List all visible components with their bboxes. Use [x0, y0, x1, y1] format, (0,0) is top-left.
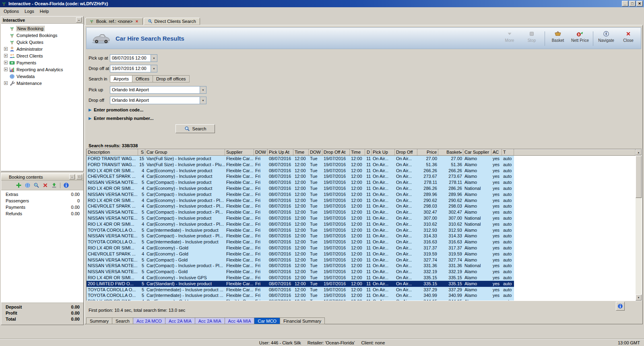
table-row[interactable]: RIO LX 4DR OR SIMI...4Car(Economy) - Inc… — [87, 221, 636, 227]
booking-row-payments[interactable]: Payments0.00 — [1, 204, 83, 211]
expand-icon[interactable]: + — [4, 54, 8, 58]
table-row[interactable]: NISSAN VERSA NOTE...5Car(Compact) - Incl… — [87, 192, 636, 198]
table-row[interactable]: TOYOTA COROLLA O...5Car(Intermediate) - … — [87, 287, 636, 293]
table-row[interactable]: TOYOTA COROLLA O...5Car(Intermediate) - … — [87, 292, 636, 299]
pickup-at-combo[interactable]: 08/07/2016 12:00 ▼ — [110, 54, 157, 62]
column-header-drop-off-12[interactable]: Drop Off — [395, 149, 417, 155]
tab-book-ref-none[interactable]: Book. ref.: <none> — [85, 18, 143, 25]
column-header-pick-up-11[interactable]: Pick Up — [372, 149, 395, 155]
column-header-description-0[interactable]: Description — [87, 149, 138, 155]
table-row[interactable]: RIO LX 4DR OR SIMI...4Car(Economy) - Gol… — [87, 245, 636, 251]
column-header-car-group-2[interactable]: Car Group — [145, 149, 225, 155]
bottom-tab-acc-2a-mia[interactable]: Acc 2A MIA — [165, 317, 195, 324]
close-tab-icon[interactable] — [135, 19, 139, 23]
chevron-down-icon[interactable]: ▼ — [151, 55, 157, 62]
scroll-up-button[interactable]: ▲ — [636, 149, 642, 155]
add-icon[interactable] — [16, 182, 22, 188]
dropoff-combo[interactable]: Orlando Intl Airport ▼ — [110, 97, 206, 104]
globe-icon[interactable] — [25, 182, 31, 188]
table-row[interactable]: NISSAN VERSA NOTE...5Car(Compact) - Incl… — [87, 233, 636, 239]
column-header-time-6[interactable]: Time — [293, 149, 309, 155]
column-header-drop-off-at-8[interactable]: Drop Off At — [322, 149, 350, 155]
table-vertical-scrollbar[interactable]: ▲ ▼ — [636, 149, 642, 301]
table-row[interactable]: RIO LX 4DR OR SIMI...4Car(Economy) - Inc… — [87, 198, 636, 204]
sidebar-item-completed-bookings[interactable]: +Completed Bookings — [1, 32, 83, 39]
booking-minimize-button[interactable]: – — [69, 174, 75, 179]
chevron-down-icon[interactable]: ▼ — [200, 86, 206, 93]
sidebar-item-new-booking[interactable]: +New Booking — [1, 25, 83, 32]
expand-icon[interactable]: + — [4, 81, 8, 85]
table-row[interactable]: 200 LIMITED FWD O...5Car(Standard) - Inc… — [87, 281, 636, 287]
table-row[interactable]: TOYOTA COROLLA O...5Car(Intermediate) - … — [87, 239, 636, 245]
table-row[interactable]: FORD TRANSIT WAG...15Van(Full Size) - In… — [87, 156, 636, 162]
table-row[interactable]: RIO LX 4DR OR SIMI...4Car(Economy) - Inc… — [87, 168, 636, 174]
search-in-tab-drop-off-offices[interactable]: Drop off offices — [153, 75, 190, 82]
column-header-car-supplier-15[interactable]: Car Supplier — [463, 149, 491, 155]
column-header-d-10[interactable]: D — [365, 149, 372, 155]
scroll-down-button[interactable]: ▼ — [636, 295, 642, 301]
column-header-pick-up-at-5[interactable]: Pick Up At — [268, 149, 293, 155]
table-row[interactable]: FORD TRANSIT WAG...15Van(Full Size) - In… — [87, 162, 636, 168]
upload-icon[interactable] — [51, 182, 57, 188]
close-button[interactable]: Close — [619, 31, 638, 43]
sidebar-item-payments[interactable]: +Payments — [1, 59, 83, 66]
column-header-ac-16[interactable]: AC — [491, 149, 502, 155]
column-header-time-9[interactable]: Time — [350, 149, 365, 155]
membership-number-toggle[interactable]: ▶ Enter membership number... — [89, 116, 153, 121]
scrollbar-thumb[interactable] — [636, 156, 642, 198]
booking-row-passengers[interactable]: Passengers0 — [1, 198, 83, 204]
table-row[interactable]: CHEVROLET SPARK ...4Car(Economy) - Inclu… — [87, 173, 636, 179]
bottom-tab-acc-2a-mco[interactable]: Acc 2A MCO — [133, 317, 165, 324]
promotion-code-toggle[interactable]: ▶ Enter promotion code... — [89, 107, 143, 112]
bottom-tab-summary[interactable]: Summary — [86, 317, 112, 324]
chevron-down-icon[interactable]: ▼ — [200, 97, 206, 104]
close-window-button[interactable]: ✕ — [636, 1, 643, 6]
sidebar-item-administrator[interactable]: +Administrator — [1, 45, 83, 52]
column-header-dow-4[interactable]: DOW — [254, 149, 268, 155]
menu-item-help[interactable]: Help — [37, 8, 52, 14]
sidebar-item-maintenance[interactable]: +Maintenance — [1, 80, 83, 86]
delete-icon[interactable] — [42, 182, 48, 188]
booking-row-refunds[interactable]: Refunds0.00 — [1, 211, 83, 217]
bottom-tab-car-mco[interactable]: Car MCO — [254, 317, 280, 324]
sidebar-item-quick-quotes[interactable]: +Quick Quotes — [1, 39, 83, 45]
table-row[interactable]: RIO LX 4DR OR SIMI...4Car(Economy) - Inc… — [87, 185, 636, 192]
table-row[interactable]: CHEVROLET SPARK ...4Car(Economy) - GoldF… — [87, 251, 636, 257]
table-row[interactable]: RIO LX 4DR OR SIMI...4Car(Economy) - Gol… — [87, 299, 636, 301]
bottom-tab-acc-2a-mia[interactable]: Acc 2A MIA — [195, 317, 225, 324]
column-header-supplier-3[interactable]: Supplier — [225, 149, 254, 155]
search-in-tab-airports[interactable]: Airports — [110, 75, 132, 82]
chevron-down-icon[interactable]: ▼ — [151, 65, 157, 72]
collapse-panel-button[interactable]: – — [76, 17, 82, 23]
close-booking-contents-icon[interactable] — [44, 175, 48, 179]
column-header-basket-14[interactable]: Basket▾ — [438, 149, 463, 155]
info-button[interactable] — [616, 302, 625, 311]
minimize-button[interactable]: _ — [622, 1, 628, 6]
table-row[interactable]: NISSAN VERSA NOTE...5Car(Compact) - Gold… — [87, 269, 636, 275]
menu-item-logs[interactable]: Logs — [22, 8, 37, 14]
expand-icon[interactable]: + — [4, 61, 8, 64]
tab-direct-clients-search[interactable]: Direct Clients Search — [144, 18, 200, 25]
table-row[interactable]: TOYOTA COROLLA O...5Car(Intermediate) - … — [87, 227, 636, 233]
bottom-tab-acc-4a-mia[interactable]: Acc 4A MIA — [225, 317, 255, 324]
table-row[interactable]: NISSAN VERSA NOTE...5Car(Compact) - Incl… — [87, 179, 636, 185]
nett-price-button[interactable]: $Nett Price — [571, 31, 589, 43]
column-header-t-17[interactable]: T — [502, 149, 514, 155]
table-row[interactable]: NISSAN VERSA NOTE...5Car(Compact) - Incl… — [87, 263, 636, 269]
search-in-tab-offices[interactable]: Offices — [132, 75, 153, 82]
bottom-tab-financial-summary[interactable]: Financial Summary — [280, 317, 325, 324]
maximize-button[interactable]: □ — [629, 1, 636, 6]
pickup-combo[interactable]: Orlando Intl Airport ▼ — [110, 86, 206, 94]
table-row[interactable]: NISSAN VERSA NOTE...5Car(Compact) - Incl… — [87, 215, 636, 221]
sidebar-item-reporting-and-analytics[interactable]: +Reporting and Analytics — [1, 66, 83, 73]
column-header-s-1[interactable]: S — [138, 149, 145, 155]
bottom-tab-search[interactable]: Search — [112, 317, 133, 324]
sidebar-item-viewdata[interactable]: +Viewdata — [1, 73, 83, 80]
navigate-button[interactable]: Navigate — [597, 31, 615, 43]
search-plus-icon[interactable] — [33, 182, 39, 188]
sidebar-item-direct-clients[interactable]: +Direct Clients — [1, 52, 83, 59]
column-header-dow-7[interactable]: DOW — [309, 149, 322, 155]
menu-item-options[interactable]: Options — [1, 8, 22, 14]
booking-row-extras[interactable]: Extras0.00 — [1, 192, 83, 198]
table-row[interactable]: NISSAN VERSA NOTE...5Car(Compact) - Incl… — [87, 209, 636, 215]
